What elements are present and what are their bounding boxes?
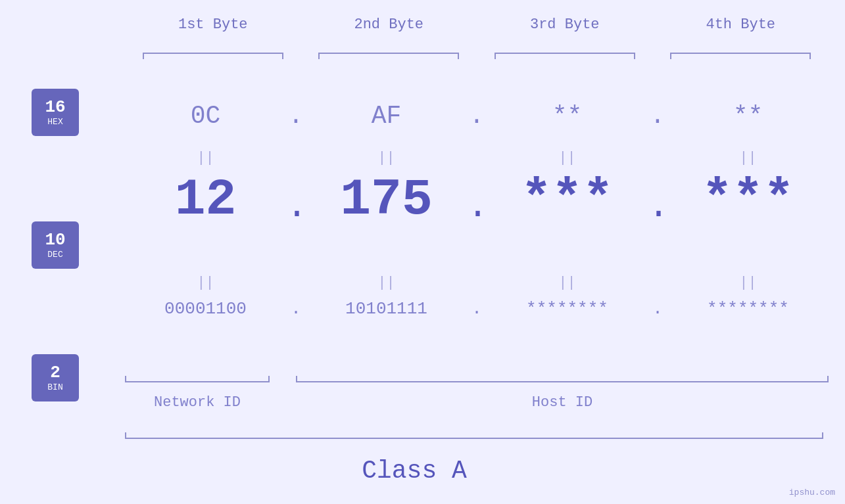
badge-hex: 16 HEX <box>32 89 79 136</box>
main-container: 1st Byte 2nd Byte 3rd Byte 4th Byte 16 H… <box>0 0 845 504</box>
eq1-c2: || <box>306 150 467 166</box>
badge-hex-label: HEX <box>47 117 62 127</box>
byte1-header: 1st Byte <box>125 16 301 33</box>
eq1-c1: || <box>125 150 286 166</box>
host-bracket <box>296 376 829 382</box>
badge-dec: 10 DEC <box>32 221 79 269</box>
badge-bin-num: 2 <box>50 363 60 382</box>
hex-dot1: . <box>286 102 306 130</box>
eq1-d1 <box>286 150 306 166</box>
top-brackets <box>125 53 829 59</box>
dec-byte3: *** <box>487 171 648 229</box>
dec-byte2: 175 <box>306 171 467 229</box>
dec-dot1: . <box>286 173 306 227</box>
byte-headers: 1st Byte 2nd Byte 3rd Byte 4th Byte <box>125 16 829 33</box>
bracket-4 <box>653 53 829 59</box>
bin-byte1: 00001100 <box>125 299 286 319</box>
bracket-1 <box>125 53 301 59</box>
byte4-header: 4th Byte <box>653 16 829 33</box>
bracket-line-3 <box>495 53 635 59</box>
host-id-label: Host ID <box>296 394 829 411</box>
byte2-header: 2nd Byte <box>301 16 477 33</box>
bracket-3 <box>477 53 653 59</box>
bracket-line-1 <box>143 53 283 59</box>
hex-row: 0C . AF . ** . ** <box>125 102 829 130</box>
bin-byte3: ******** <box>487 299 648 319</box>
hex-dot3: . <box>648 102 667 130</box>
bracket-2 <box>301 53 477 59</box>
watermark: ipshu.com <box>789 488 835 497</box>
network-id-label: Network ID <box>125 394 270 411</box>
labels-row: Network ID Host ID <box>125 394 829 411</box>
equals-row-1: || || || || <box>125 150 829 166</box>
eq1-c3: || <box>487 150 648 166</box>
eq1-c4: || <box>667 150 829 166</box>
eq2-c4: || <box>667 275 829 291</box>
bin-dot3: . <box>648 299 667 319</box>
badge-dec-num: 10 <box>45 231 65 250</box>
hex-byte2: AF <box>306 102 467 130</box>
eq1-d3 <box>648 150 667 166</box>
bracket-line-4 <box>670 53 811 59</box>
eq2-c2: || <box>306 275 467 291</box>
bin-byte2: 10101111 <box>306 299 467 319</box>
badge-hex-num: 16 <box>45 98 65 117</box>
eq2-d2 <box>467 275 487 291</box>
hex-byte4: ** <box>667 102 829 130</box>
equals-row-2: || || || || <box>125 275 829 291</box>
eq2-d1 <box>286 275 306 291</box>
bottom-bracket-row <box>125 376 829 382</box>
eq2-c1: || <box>125 275 286 291</box>
class-label: Class A <box>0 457 829 485</box>
dec-dot3: . <box>648 173 667 227</box>
dec-byte1: 12 <box>125 171 286 229</box>
hex-byte3: ** <box>487 102 648 130</box>
bracket-line-2 <box>318 53 459 59</box>
badge-bin-label: BIN <box>47 382 62 392</box>
bin-row: 00001100 . 10101111 . ******** . *******… <box>125 299 829 319</box>
dec-byte4: *** <box>667 171 829 229</box>
bin-dot1: . <box>286 299 306 319</box>
dec-row: 12 . 175 . *** . *** <box>125 171 829 229</box>
badges-column: 16 HEX 10 DEC 2 BIN <box>32 89 79 487</box>
eq1-d2 <box>467 150 487 166</box>
badge-dec-label: DEC <box>47 250 62 260</box>
eq2-d3 <box>648 275 667 291</box>
byte3-header: 3rd Byte <box>477 16 653 33</box>
badge-bin: 2 BIN <box>32 354 79 401</box>
bin-byte4: ******** <box>667 299 829 319</box>
hex-byte1: 0C <box>125 102 286 130</box>
network-bracket <box>125 376 270 382</box>
dec-dot2: . <box>467 173 487 227</box>
eq2-c3: || <box>487 275 648 291</box>
outer-bottom-bracket <box>125 432 823 439</box>
hex-dot2: . <box>467 102 487 130</box>
bin-dot2: . <box>467 299 487 319</box>
